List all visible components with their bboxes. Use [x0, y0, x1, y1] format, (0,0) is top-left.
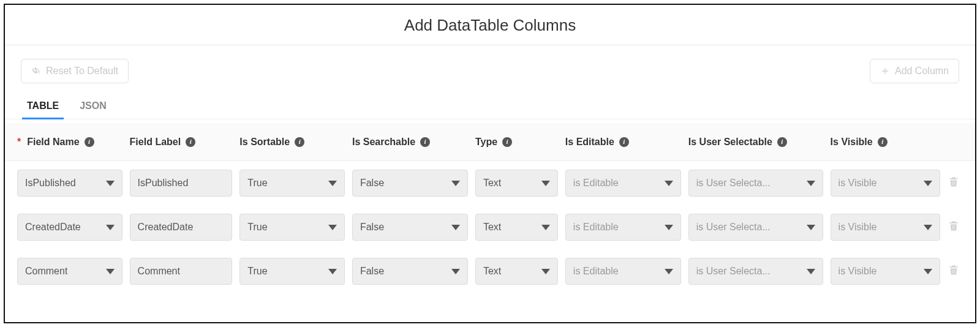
info-icon[interactable]: i	[878, 137, 888, 147]
chevron-down-icon	[807, 225, 815, 230]
chevron-down-icon	[328, 225, 337, 230]
is-searchable-select[interactable]: False	[352, 258, 468, 285]
dialog-title: Add DataTable Columns	[5, 5, 975, 45]
is-sortable-select[interactable]: True	[239, 170, 345, 197]
header-is-visible: Is Visible i	[831, 137, 940, 148]
toolbar: Reset To Default Add Column	[5, 45, 975, 91]
chevron-down-icon	[328, 269, 337, 274]
info-icon[interactable]: i	[777, 137, 787, 147]
table-row: CreatedDate CreatedDate True False Text …	[5, 205, 975, 249]
is-visible-select[interactable]: is Visible	[831, 258, 940, 285]
delete-icon[interactable]	[948, 176, 960, 188]
field-name-select[interactable]: IsPublished	[17, 170, 123, 197]
table-row: Comment Comment True False Text is Edita…	[5, 249, 975, 293]
field-name-select[interactable]: CreatedDate	[17, 214, 123, 241]
info-icon[interactable]: i	[85, 137, 94, 147]
is-sortable-select[interactable]: True	[239, 214, 345, 241]
table-header-row: *Field Name i Field Label i Is Sortable …	[5, 123, 975, 161]
is-sortable-select[interactable]: True	[239, 258, 345, 285]
reset-to-default-button[interactable]: Reset To Default	[21, 59, 129, 83]
chevron-down-icon	[106, 269, 115, 274]
chevron-down-icon	[924, 269, 932, 274]
chevron-down-icon	[106, 181, 115, 186]
is-user-selectable-select[interactable]: is User Selecta...	[688, 214, 823, 241]
chevron-down-icon	[665, 181, 673, 186]
chevron-down-icon	[924, 225, 932, 230]
header-type: Type i	[475, 137, 558, 148]
info-icon[interactable]: i	[186, 137, 195, 147]
tab-bar: TABLE JSON	[5, 91, 975, 119]
chevron-down-icon	[807, 269, 815, 274]
chevron-down-icon	[451, 269, 460, 274]
chevron-down-icon	[451, 181, 460, 186]
is-user-selectable-select[interactable]: is User Selecta...	[688, 258, 823, 285]
chevron-down-icon	[665, 225, 673, 230]
header-field-label: Field Label i	[130, 137, 233, 148]
type-select[interactable]: Text	[475, 170, 558, 197]
chevron-down-icon	[106, 225, 115, 230]
table-body: IsPublished IsPublished True False Text …	[5, 161, 975, 293]
info-icon[interactable]: i	[295, 137, 304, 147]
field-label-input[interactable]: Comment	[130, 258, 233, 285]
dialog-panel: Add DataTable Columns Reset To Default A…	[4, 4, 976, 323]
reset-to-default-label: Reset To Default	[46, 66, 118, 77]
is-editable-select[interactable]: is Editable	[565, 170, 681, 197]
header-is-sortable: Is Sortable i	[239, 137, 345, 148]
chevron-down-icon	[451, 225, 460, 230]
is-visible-select[interactable]: is Visible	[831, 214, 940, 241]
delete-icon[interactable]	[948, 264, 960, 276]
chevron-down-icon	[665, 269, 673, 274]
header-is-searchable: Is Searchable i	[352, 137, 468, 148]
type-select[interactable]: Text	[475, 258, 558, 285]
info-icon[interactable]: i	[502, 137, 512, 147]
is-searchable-select[interactable]: False	[352, 170, 468, 197]
add-column-button[interactable]: Add Column	[870, 59, 959, 83]
tab-table[interactable]: TABLE	[26, 96, 60, 119]
is-searchable-select[interactable]: False	[352, 214, 468, 241]
chevron-down-icon	[541, 225, 550, 230]
type-select[interactable]: Text	[475, 214, 558, 241]
field-label-input[interactable]: CreatedDate	[130, 214, 233, 241]
header-field-name: *Field Name i	[17, 137, 123, 148]
chevron-down-icon	[807, 181, 815, 186]
info-icon[interactable]: i	[619, 137, 629, 147]
tab-json[interactable]: JSON	[78, 96, 108, 119]
header-is-editable: Is Editable i	[565, 137, 681, 148]
header-is-user-selectable: Is User Selectable i	[688, 137, 823, 148]
delete-icon[interactable]	[948, 220, 960, 232]
chevron-down-icon	[541, 181, 550, 186]
is-user-selectable-select[interactable]: is User Selecta...	[688, 170, 823, 197]
field-name-select[interactable]: Comment	[17, 258, 123, 285]
info-icon[interactable]: i	[420, 137, 430, 147]
chevron-down-icon	[541, 269, 550, 274]
field-label-input[interactable]: IsPublished	[130, 170, 233, 197]
is-editable-select[interactable]: is Editable	[565, 258, 681, 285]
chevron-down-icon	[924, 181, 932, 186]
refresh-icon	[31, 66, 41, 76]
add-column-label: Add Column	[895, 66, 949, 77]
plus-icon	[880, 66, 890, 76]
chevron-down-icon	[328, 181, 337, 186]
is-editable-select[interactable]: is Editable	[565, 214, 681, 241]
table-row: IsPublished IsPublished True False Text …	[5, 161, 975, 205]
is-visible-select[interactable]: is Visible	[831, 170, 940, 197]
